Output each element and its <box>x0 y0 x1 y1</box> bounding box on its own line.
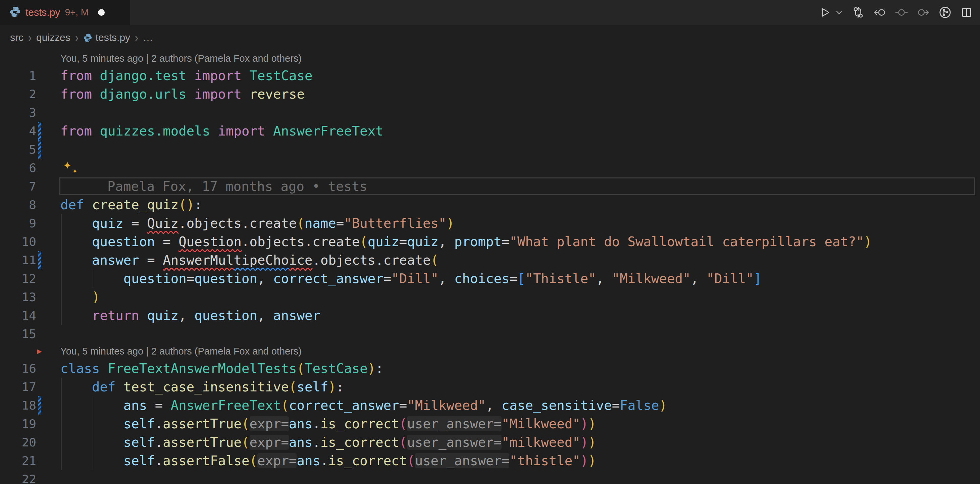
line-number[interactable]: 17 <box>0 378 36 396</box>
compare-changes-button[interactable] <box>852 6 864 19</box>
line-number[interactable]: 19 <box>0 414 36 433</box>
line-number[interactable]: 12 <box>0 269 36 288</box>
line-number[interactable]: 18 <box>0 396 36 414</box>
line-number[interactable]: 3 <box>0 103 36 122</box>
line-number[interactable]: 14 <box>0 306 36 325</box>
git-blame-codelens[interactable]: You, 5 minutes ago | 2 authors (Pamela F… <box>60 50 302 67</box>
line-number[interactable]: 2 <box>0 85 36 103</box>
line-number[interactable]: 4 <box>0 122 36 140</box>
code-editor[interactable]: You, 5 minutes ago | 2 authors (Pamela F… <box>0 50 980 484</box>
code-token: ) <box>588 416 596 431</box>
code-line: 9 quiz = Quiz.objects.create(name="Butte… <box>0 214 980 232</box>
indent-guide <box>61 396 62 414</box>
code-token <box>60 308 92 323</box>
breadcrumb-item-quizzes[interactable]: quizzes <box>36 32 70 43</box>
code-token: return <box>92 308 139 323</box>
code-token: ( <box>297 216 304 231</box>
gutter-modified-indicator[interactable] <box>38 122 41 140</box>
gutter-modified-indicator[interactable] <box>38 396 41 414</box>
line-number[interactable]: 15 <box>0 325 36 343</box>
line-number[interactable]: 7 <box>0 177 36 195</box>
line-number[interactable]: 1 <box>0 67 36 85</box>
line-number[interactable]: 9 <box>0 214 36 232</box>
line-content: ✦✦ <box>60 159 980 177</box>
code-token: import <box>218 124 266 138</box>
info-squiggle-token: tipeCho <box>234 252 289 268</box>
code-token: django.urls <box>100 87 186 102</box>
code-token: ) <box>92 289 100 305</box>
line-number[interactable]: 22 <box>0 470 36 484</box>
code-token: question <box>194 271 257 286</box>
code-token: self <box>124 453 155 468</box>
tab-bar: tests.py 9+, M <box>0 0 980 25</box>
code-token: is_correct <box>320 435 399 450</box>
code-token <box>186 68 194 83</box>
code-token: answer <box>273 308 320 323</box>
source-control-graph-icon <box>939 6 951 19</box>
code-token: ) <box>447 216 454 231</box>
indent-guide <box>61 214 62 232</box>
code-token: ans <box>289 435 312 450</box>
copilot-sparkle-icon[interactable]: ✦ <box>63 157 72 171</box>
tab-problems-badge: 9+, M <box>65 7 89 18</box>
code-token: . <box>312 435 320 450</box>
line-number[interactable]: 13 <box>0 288 36 306</box>
run-dropdown-chevron-icon <box>835 8 843 16</box>
inlay-hint-chip: user_answer= <box>407 435 501 450</box>
code-line: 21 self.assertFalse(expr=ans.is_correct(… <box>0 451 980 470</box>
line-content: def create_quiz(): <box>60 195 980 214</box>
line-number[interactable]: 5 <box>0 140 36 159</box>
code-token: question <box>124 271 186 286</box>
code-token: = <box>124 216 147 231</box>
code-token: [ <box>517 271 525 286</box>
code-token <box>60 435 124 450</box>
nav-location-button[interactable] <box>895 6 908 19</box>
indent-guide <box>92 451 93 470</box>
line-number[interactable]: 20 <box>0 433 36 451</box>
current-line-blame-row: 7Pamela Fox, 17 months ago • tests <box>0 177 980 195</box>
line-number[interactable]: 16 <box>0 359 36 378</box>
breadcrumb-item-tests-py[interactable]: tests.py <box>83 32 130 43</box>
line-content <box>60 103 980 122</box>
code-token: quiz <box>147 308 178 323</box>
breadcrumb-item-src[interactable]: src <box>10 32 24 43</box>
line-number[interactable]: 6 <box>0 159 36 177</box>
error-squiggle-token: ice <box>289 252 312 268</box>
code-token: ( <box>399 416 407 431</box>
line-number[interactable]: 10 <box>0 232 36 251</box>
gutter-modified-indicator[interactable] <box>38 251 41 269</box>
gutter-deleted-lines-arrow-icon[interactable]: ▶ <box>37 347 41 355</box>
code-token: ( <box>399 435 407 450</box>
code-token: , <box>691 271 706 286</box>
tab-tests-py[interactable]: tests.py 9+, M <box>0 0 130 25</box>
code-token: False <box>620 398 659 413</box>
git-blame-codelens[interactable]: You, 5 minutes ago | 2 authors (Pamela F… <box>60 343 302 359</box>
indent-guide <box>61 288 62 306</box>
code-token: : <box>336 379 344 394</box>
line-number[interactable]: 11 <box>0 251 36 269</box>
split-editor-button[interactable] <box>961 6 973 19</box>
breadcrumb-item-symbols[interactable]: … <box>143 32 153 43</box>
chevron-right-icon: › <box>28 30 32 45</box>
gutter-modified-indicator[interactable] <box>38 140 41 159</box>
line-number[interactable]: 21 <box>0 451 36 470</box>
code-line: 10 question = Question.objects.create(qu… <box>0 232 980 251</box>
code-token: ( <box>289 379 297 394</box>
code-token: , <box>178 308 194 323</box>
run-dropdown-button[interactable] <box>835 8 843 16</box>
line-content: self.assertTrue(expr=ans.is_correct(user… <box>60 433 980 451</box>
code-token: from <box>60 124 92 138</box>
unsaved-changes-dot-icon[interactable] <box>98 9 105 16</box>
code-token: django.test <box>100 68 186 83</box>
line-content: from django.urls import reverse <box>60 85 980 103</box>
line-number[interactable]: 8 <box>0 195 36 214</box>
indent-guide <box>92 433 93 451</box>
code-token: . <box>320 453 328 468</box>
code-line: 2from django.urls import reverse <box>0 85 980 103</box>
nav-back-button[interactable] <box>873 6 886 19</box>
source-control-graph-button[interactable] <box>939 6 951 19</box>
code-token <box>60 252 92 268</box>
run-python-file-button[interactable] <box>819 7 831 18</box>
code-token: answer <box>92 252 139 268</box>
nav-forward-button[interactable] <box>917 6 930 19</box>
